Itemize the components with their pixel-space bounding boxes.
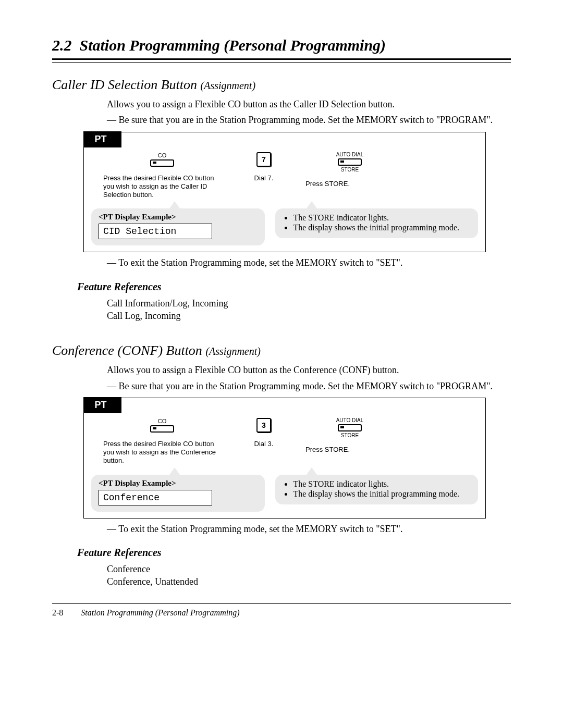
- procedure-box: PT CO Press the desired Flexible CO butt…: [83, 398, 486, 519]
- co-label: CO: [158, 152, 167, 158]
- subsection-title-conference: Conference (CONF) Button (Assignment): [52, 343, 511, 359]
- callouts-row: <PT Display Example> Conference The STOR…: [91, 475, 478, 512]
- page-number: 2-8: [52, 608, 63, 617]
- subsection-sub: (Assignment): [205, 346, 261, 357]
- auto-dial-label: AUTO DIAL: [336, 152, 364, 157]
- store-label: STORE: [341, 433, 359, 438]
- intro-text: Allows you to assign a Flexible CO butto…: [107, 98, 511, 110]
- subsection-main: Caller ID Selection Button: [52, 77, 197, 92]
- pt-tab: PT: [83, 397, 121, 413]
- display-callout: <PT Display Example> Conference: [91, 475, 265, 512]
- store-caption: Press STORE.: [290, 180, 410, 188]
- store-button-icon: [338, 158, 362, 166]
- note-item: The STORE indicator lights.: [293, 479, 471, 489]
- precondition-text: — Be sure that you are in the Station Pr…: [107, 380, 511, 392]
- dial-key: 3: [256, 418, 271, 433]
- step-co: CO Press the desired Flexible CO button …: [94, 418, 230, 465]
- page-footer: 2-8 Station Programming (Personal Progra…: [52, 608, 511, 618]
- store-caption: Press STORE.: [290, 446, 410, 454]
- precondition-text: — Be sure that you are in the Station Pr…: [107, 114, 511, 126]
- co-caption: Press the desired Flexible CO button you…: [101, 440, 223, 465]
- subsection-title-caller-id: Caller ID Selection Button (Assignment): [52, 77, 511, 93]
- footer-title: Station Programming (Personal Programmin…: [81, 608, 239, 617]
- co-label: CO: [158, 418, 167, 424]
- notes-callout: The STORE indicator lights. The display …: [275, 208, 478, 238]
- auto-dial-label: AUTO DIAL: [336, 418, 364, 423]
- step-store: AUTO DIAL STORE Press STORE.: [298, 418, 402, 465]
- reference-item: Conference, Unattended: [107, 575, 511, 588]
- co-button-icon: [150, 159, 174, 167]
- note-item: The display shows the initial programmin…: [293, 223, 471, 232]
- step-dial: 7 Dial 7.: [230, 152, 298, 200]
- display-title: <PT Display Example>: [99, 213, 258, 221]
- reference-list: Conference Conference, Unattended: [107, 563, 511, 588]
- display-title: <PT Display Example>: [99, 479, 258, 488]
- dial-caption: Dial 3.: [230, 440, 298, 448]
- note-item: The display shows the initial programmin…: [293, 489, 471, 499]
- reference-list: Call Information/Log, Incoming Call Log,…: [107, 297, 511, 323]
- steps-row: CO Press the desired Flexible CO button …: [84, 132, 485, 200]
- exit-note: — To exit the Station Programming mode, …: [107, 523, 511, 535]
- header-rule: [52, 58, 511, 63]
- co-caption: Press the desired Flexible CO button you…: [101, 174, 223, 200]
- step-dial: 3 Dial 3.: [230, 418, 298, 465]
- store-button-icon: [338, 424, 362, 431]
- notes-callout: The STORE indicator lights. The display …: [275, 475, 478, 504]
- callouts-row: <PT Display Example> CID Selection The S…: [91, 208, 478, 245]
- note-item: The STORE indicator lights.: [293, 213, 471, 223]
- section-header: 2.2 Station Programming (Personal Progra…: [52, 36, 511, 54]
- display-screen: CID Selection: [99, 224, 212, 239]
- section-title-text: Station Programming (Personal Programmin…: [80, 36, 386, 54]
- feature-references-heading: Feature References: [77, 281, 511, 293]
- steps-row: CO Press the desired Flexible CO button …: [84, 398, 485, 465]
- co-button-icon: [150, 425, 174, 433]
- reference-item: Call Log, Incoming: [107, 310, 511, 322]
- store-label: STORE: [341, 167, 359, 172]
- subsection-main: Conference (CONF) Button: [52, 343, 202, 358]
- footer-rule: [52, 603, 511, 604]
- reference-item: Conference: [107, 563, 511, 575]
- step-store: AUTO DIAL STORE Press STORE.: [298, 152, 402, 200]
- subsection-sub: (Assignment): [201, 80, 256, 91]
- dial-caption: Dial 7.: [230, 174, 298, 182]
- section-number: 2.2: [52, 36, 72, 54]
- dial-key: 7: [256, 152, 271, 167]
- intro-text: Allows you to assign a Flexible CO butto…: [107, 364, 511, 376]
- exit-note: — To exit the Station Programming mode, …: [107, 256, 511, 269]
- display-screen: Conference: [99, 490, 212, 505]
- reference-item: Call Information/Log, Incoming: [107, 297, 511, 310]
- pt-tab: PT: [83, 131, 121, 147]
- feature-references-heading: Feature References: [77, 547, 511, 559]
- step-co: CO Press the desired Flexible CO button …: [94, 152, 230, 200]
- procedure-box: PT CO Press the desired Flexible CO butt…: [83, 132, 486, 253]
- display-callout: <PT Display Example> CID Selection: [91, 208, 265, 245]
